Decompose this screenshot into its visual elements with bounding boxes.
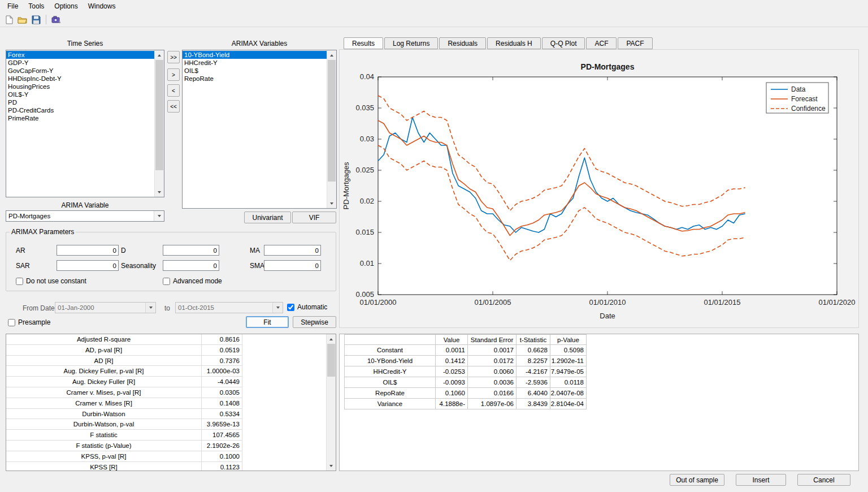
- advanced-mode-checkbox[interactable]: Advanced mode: [163, 277, 222, 285]
- coef-value: 0.1412: [436, 356, 468, 366]
- new-file-icon[interactable]: [3, 14, 15, 25]
- snapshot-icon[interactable]: [50, 14, 62, 25]
- sar-input[interactable]: [57, 260, 119, 271]
- ma-input[interactable]: [264, 245, 321, 256]
- from-date-select[interactable]: 01-Jan-2000: [55, 302, 156, 313]
- no-constant-checkbox-input[interactable]: [16, 278, 23, 285]
- scroll-up-button[interactable]: [327, 334, 336, 344]
- move-all-left-button[interactable]: <<: [167, 100, 180, 113]
- d-input[interactable]: [163, 245, 219, 256]
- coef-row: Variance4.1888e-061.0897e-063.84392.8104…: [344, 399, 587, 409]
- univariant-button[interactable]: Univariant: [244, 212, 291, 223]
- stepwise-button[interactable]: Stepwise: [293, 316, 336, 328]
- tab-residuals-h[interactable]: Residuals H: [487, 37, 541, 49]
- stat-value: 0.1000: [202, 451, 242, 461]
- chart-panel: 0.0050.010.0150.020.0250.030.0350.0401/0…: [339, 49, 859, 328]
- stats-row: Aug. Dickey Fuller [R]-4.0449: [6, 377, 242, 387]
- insert-button[interactable]: Insert: [736, 474, 786, 486]
- svg-text:0.025: 0.025: [355, 166, 374, 174]
- scroll-down-button[interactable]: [327, 198, 336, 208]
- scrollbar-thumb[interactable]: [327, 344, 335, 377]
- scrollbar-thumb[interactable]: [328, 60, 336, 182]
- svg-text:01/01/2015: 01/01/2015: [704, 298, 740, 307]
- stat-value: 0.5334: [202, 409, 242, 419]
- arima-variable-select[interactable]: PD-Mortgages: [6, 210, 164, 222]
- move-right-button[interactable]: >: [167, 68, 180, 81]
- to-label: to: [164, 304, 170, 312]
- stat-name: Aug. Dickey Fuller, p-val [R]: [6, 366, 202, 376]
- arimax-variable-item[interactable]: 10-YBond-Yield: [183, 51, 327, 59]
- advanced-mode-label: Advanced mode: [173, 277, 222, 285]
- scrollbar[interactable]: [326, 334, 336, 471]
- stat-value: 0.7376: [202, 356, 242, 366]
- menu-tools[interactable]: Tools: [23, 1, 49, 12]
- time-series-item[interactable]: OIL$-Y: [6, 90, 154, 98]
- stat-name: F statistic: [6, 430, 202, 440]
- to-date-value: 01-Oct-2015: [176, 304, 272, 311]
- time-series-item[interactable]: PD-CreditCards: [6, 106, 154, 114]
- presample-checkbox[interactable]: Presample: [8, 318, 50, 326]
- open-folder-icon[interactable]: [16, 14, 28, 25]
- coef-value: -2.5936: [517, 377, 550, 388]
- to-date-select[interactable]: 01-Oct-2015: [175, 302, 283, 313]
- sma-input[interactable]: [264, 260, 321, 271]
- time-series-item[interactable]: GovCapForm-Y: [6, 67, 154, 75]
- coef-header-row: ValueStandard Errort-Statisticp-Value: [344, 334, 587, 345]
- time-series-item[interactable]: Forex: [6, 51, 154, 59]
- tab-log-returns[interactable]: Log Returns: [384, 37, 438, 49]
- tab-acf[interactable]: ACF: [586, 37, 617, 49]
- no-constant-checkbox[interactable]: Do not use constant: [16, 277, 86, 285]
- menu-file[interactable]: File: [2, 1, 23, 12]
- save-icon[interactable]: [30, 14, 42, 25]
- tab-pacf[interactable]: PACF: [618, 37, 652, 49]
- scrollbar[interactable]: [327, 50, 336, 208]
- presample-checkbox-input[interactable]: [8, 319, 15, 326]
- cancel-button[interactable]: Cancel: [797, 474, 850, 486]
- scroll-up-button[interactable]: [327, 50, 336, 60]
- coef-row: HHCredit-Y-0.02530.0060-4.21677.9479e-05: [344, 366, 587, 377]
- automatic-label: Automatic: [297, 303, 327, 311]
- scroll-up-button[interactable]: [155, 50, 164, 60]
- time-series-listbox[interactable]: ForexGDP-YGovCapForm-YHHDispInc-Debt-YHo…: [6, 50, 164, 197]
- arimax-parameters-title: ARIMAX Parameters: [10, 228, 76, 236]
- fit-button[interactable]: Fit: [246, 316, 289, 328]
- time-series-item[interactable]: PrimeRate: [6, 114, 154, 122]
- arimax-variables-listbox[interactable]: 10-YBond-YieldHHCredit-YOIL$RepoRate: [182, 50, 337, 209]
- tab-residuals[interactable]: Residuals: [439, 37, 486, 49]
- stat-value: 0.0305: [202, 387, 242, 398]
- svg-text:Date: Date: [600, 312, 615, 320]
- tab-q-q-plot[interactable]: Q-Q Plot: [542, 37, 585, 49]
- out-of-sample-button[interactable]: Out of sample: [670, 474, 724, 486]
- arimax-variable-item[interactable]: OIL$: [183, 67, 327, 75]
- svg-text:0.015: 0.015: [355, 228, 374, 236]
- vif-button[interactable]: VIF: [292, 212, 336, 223]
- scrollbar-thumb[interactable]: [155, 60, 163, 170]
- coef-value: 0.0011: [436, 345, 468, 356]
- arimax-variable-item[interactable]: RepoRate: [183, 75, 327, 83]
- scroll-down-button[interactable]: [327, 461, 336, 471]
- time-series-item[interactable]: PD: [6, 98, 154, 106]
- advanced-mode-checkbox-input[interactable]: [163, 278, 170, 285]
- application-window: FileToolsOptionsWindows Time Series Fore…: [0, 0, 868, 492]
- move-all-right-button[interactable]: >>: [167, 51, 180, 63]
- automatic-checkbox[interactable]: Automatic: [287, 303, 327, 311]
- tab-results[interactable]: Results: [344, 37, 383, 49]
- stats-row: AD, p-val [R]0.0519: [6, 345, 242, 356]
- time-series-item[interactable]: HousingPrices: [6, 83, 154, 90]
- chevron-down-icon: [272, 303, 283, 313]
- automatic-checkbox-input[interactable]: [287, 304, 294, 311]
- move-left-button[interactable]: <: [167, 84, 180, 97]
- scrollbar[interactable]: [154, 50, 164, 197]
- seasonality-input[interactable]: [163, 260, 219, 271]
- scroll-down-button[interactable]: [155, 187, 164, 197]
- menu-options[interactable]: Options: [49, 1, 83, 12]
- menu-windows[interactable]: Windows: [83, 1, 121, 12]
- time-series-item[interactable]: HHDispInc-Debt-Y: [6, 75, 154, 83]
- arimax-variable-item[interactable]: HHCredit-Y: [183, 59, 327, 67]
- stat-name: Cramer v. Mises, p-val [R]: [6, 387, 202, 398]
- time-series-item[interactable]: GDP-Y: [6, 59, 154, 67]
- stats-row: KPSS, p-val [R]0.1000: [6, 451, 242, 462]
- ar-input[interactable]: [57, 245, 119, 256]
- time-series-label: Time Series: [6, 40, 164, 48]
- coef-name: 10-YBond-Yield: [344, 356, 436, 366]
